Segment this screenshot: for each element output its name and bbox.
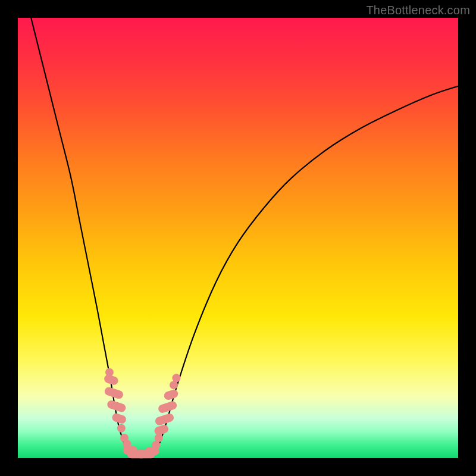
marker-capsule <box>163 389 179 401</box>
frame: TheBottleneck.com <box>0 0 476 476</box>
marker-capsule <box>106 399 127 413</box>
watermark-text: TheBottleneck.com <box>366 4 470 17</box>
marker-capsule <box>154 412 175 426</box>
marker-capsule <box>157 400 178 414</box>
curve-right-branch <box>150 86 458 456</box>
marker-dot <box>172 374 180 382</box>
marker-capsule <box>154 424 170 436</box>
plot-area <box>18 18 458 458</box>
marker-capsule <box>111 412 127 425</box>
marker-capsule <box>103 374 119 386</box>
curve-layer <box>18 18 458 458</box>
marker-dot <box>117 424 126 433</box>
